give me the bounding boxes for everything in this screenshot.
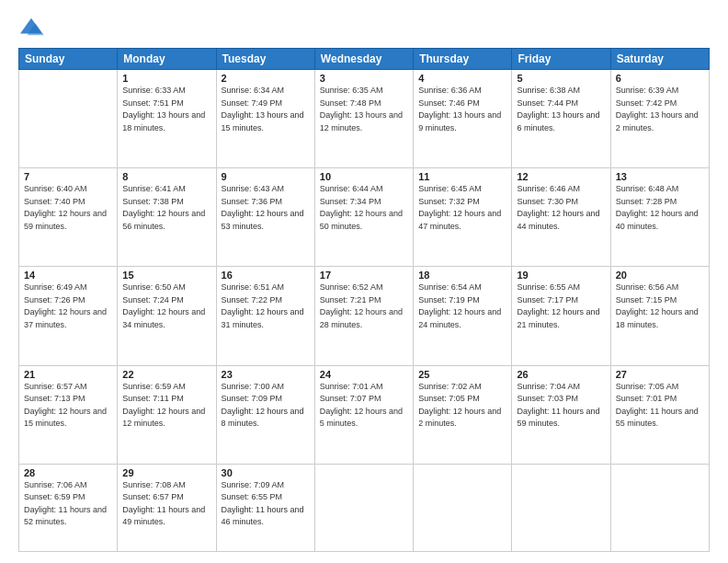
daylight-text: Daylight: 12 hours and 5 minutes. [320,407,403,429]
day-number: 20 [616,270,704,281]
sunrise-text: Sunrise: 6:59 AM [122,382,186,391]
table-row: 23 Sunrise: 7:00 AM Sunset: 7:09 PM Dayl… [216,365,314,464]
daylight-text: Daylight: 12 hours and 50 minutes. [320,209,403,231]
daylight-text: Daylight: 12 hours and 28 minutes. [320,307,403,329]
table-row: 10 Sunrise: 6:44 AM Sunset: 7:34 PM Dayl… [314,168,413,267]
col-thursday: Thursday [414,49,512,70]
sunset-text: Sunset: 7:07 PM [320,394,381,403]
header [18,17,710,39]
sunrise-text: Sunrise: 7:01 AM [320,382,383,391]
calendar-week-row: 14 Sunrise: 6:49 AM Sunset: 7:26 PM Dayl… [19,267,710,365]
sunrise-text: Sunrise: 7:05 AM [616,382,679,391]
day-info: Sunrise: 6:51 AM Sunset: 7:22 PM Dayligh… [222,282,310,331]
day-info: Sunrise: 6:59 AM Sunset: 7:11 PM Dayligh… [122,381,210,431]
day-info: Sunrise: 6:33 AM Sunset: 7:51 PM Dayligh… [122,85,210,134]
day-number: 10 [320,171,408,182]
sunset-text: Sunset: 7:05 PM [418,394,480,403]
daylight-text: Daylight: 12 hours and 21 minutes. [517,307,599,329]
daylight-text: Daylight: 11 hours and 55 minutes. [616,407,699,429]
table-row: 24 Sunrise: 7:01 AM Sunset: 7:07 PM Dayl… [314,365,413,464]
day-number: 3 [320,73,408,84]
sunset-text: Sunset: 7:26 PM [24,295,85,304]
table-row: 27 Sunrise: 7:05 AM Sunset: 7:01 PM Dayl… [610,365,709,464]
day-info: Sunrise: 6:45 AM Sunset: 7:32 PM Dayligh… [418,183,506,233]
sunset-text: Sunset: 7:15 PM [616,295,677,304]
day-info: Sunrise: 6:56 AM Sunset: 7:15 PM Dayligh… [616,282,704,331]
table-row: 18 Sunrise: 6:54 AM Sunset: 7:19 PM Dayl… [414,267,512,365]
day-number: 5 [517,73,605,84]
daylight-text: Daylight: 13 hours and 2 minutes. [616,110,699,132]
sunset-text: Sunset: 7:22 PM [222,295,283,304]
day-number: 21 [24,369,112,380]
day-info: Sunrise: 6:38 AM Sunset: 7:44 PM Dayligh… [517,85,605,134]
sunset-text: Sunset: 7:40 PM [24,197,85,206]
sunrise-text: Sunrise: 6:46 AM [517,184,580,193]
table-row: 17 Sunrise: 6:52 AM Sunset: 7:21 PM Dayl… [314,267,413,365]
day-info: Sunrise: 7:04 AM Sunset: 7:03 PM Dayligh… [517,381,605,431]
table-row: 11 Sunrise: 6:45 AM Sunset: 7:32 PM Dayl… [414,168,512,267]
day-number: 30 [222,467,310,478]
daylight-text: Daylight: 11 hours and 59 minutes. [517,407,599,429]
day-number: 26 [517,369,605,380]
sunset-text: Sunset: 7:38 PM [122,197,184,206]
sunrise-text: Sunrise: 6:44 AM [320,184,383,193]
daylight-text: Daylight: 12 hours and 12 minutes. [122,407,205,429]
sunrise-text: Sunrise: 6:52 AM [320,282,383,292]
table-row: 25 Sunrise: 7:02 AM Sunset: 7:05 PM Dayl… [414,365,512,464]
day-number: 8 [122,171,210,182]
sunrise-text: Sunrise: 7:08 AM [122,480,186,489]
sunrise-text: Sunrise: 6:51 AM [222,282,285,292]
col-wednesday: Wednesday [314,49,413,70]
day-number: 12 [517,171,605,182]
sunrise-text: Sunrise: 7:00 AM [222,382,285,391]
sunrise-text: Sunrise: 6:45 AM [418,184,482,193]
calendar-week-row: 7 Sunrise: 6:40 AM Sunset: 7:40 PM Dayli… [19,168,710,267]
day-number: 6 [616,73,704,84]
daylight-text: Daylight: 12 hours and 59 minutes. [24,209,107,231]
table-row: 3 Sunrise: 6:35 AM Sunset: 7:48 PM Dayli… [314,70,413,168]
day-info: Sunrise: 6:49 AM Sunset: 7:26 PM Dayligh… [24,282,112,331]
sunset-text: Sunset: 6:55 PM [222,492,283,501]
sunrise-text: Sunrise: 7:04 AM [517,382,580,391]
sunset-text: Sunset: 7:49 PM [222,98,283,108]
day-info: Sunrise: 7:08 AM Sunset: 6:57 PM Dayligh… [122,479,210,529]
sunset-text: Sunset: 7:28 PM [616,197,677,206]
calendar-week-row: 1 Sunrise: 6:33 AM Sunset: 7:51 PM Dayli… [19,70,710,168]
table-row: 21 Sunrise: 6:57 AM Sunset: 7:13 PM Dayl… [19,365,118,464]
day-number: 17 [320,270,408,281]
table-row: 9 Sunrise: 6:43 AM Sunset: 7:36 PM Dayli… [216,168,314,267]
day-info: Sunrise: 6:54 AM Sunset: 7:19 PM Dayligh… [418,282,506,331]
table-row: 2 Sunrise: 6:34 AM Sunset: 7:49 PM Dayli… [216,70,314,168]
day-number: 19 [517,270,605,281]
sunrise-text: Sunrise: 7:02 AM [418,382,482,391]
day-number: 27 [616,369,704,380]
day-info: Sunrise: 6:46 AM Sunset: 7:30 PM Dayligh… [517,183,605,233]
day-number: 18 [418,270,506,281]
sunset-text: Sunset: 7:19 PM [418,295,480,304]
day-info: Sunrise: 6:52 AM Sunset: 7:21 PM Dayligh… [320,282,408,331]
day-info: Sunrise: 6:40 AM Sunset: 7:40 PM Dayligh… [24,183,112,233]
sunset-text: Sunset: 6:57 PM [122,492,184,501]
daylight-text: Daylight: 11 hours and 46 minutes. [222,505,304,527]
day-info: Sunrise: 6:44 AM Sunset: 7:34 PM Dayligh… [320,183,408,233]
sunrise-text: Sunrise: 6:33 AM [122,86,186,95]
daylight-text: Daylight: 11 hours and 52 minutes. [24,505,107,527]
sunrise-text: Sunrise: 6:48 AM [616,184,679,193]
col-saturday: Saturday [610,49,709,70]
day-number: 24 [320,369,408,380]
day-number: 11 [418,171,506,182]
day-number: 16 [222,270,310,281]
sunset-text: Sunset: 7:03 PM [517,394,578,403]
sunset-text: Sunset: 7:44 PM [517,98,578,108]
daylight-text: Daylight: 12 hours and 8 minutes. [222,407,304,429]
sunrise-text: Sunrise: 6:38 AM [517,86,580,95]
col-sunday: Sunday [19,49,118,70]
table-row: 8 Sunrise: 6:41 AM Sunset: 7:38 PM Dayli… [118,168,216,267]
sunrise-text: Sunrise: 6:40 AM [24,184,87,193]
day-number: 15 [122,270,210,281]
day-info: Sunrise: 6:36 AM Sunset: 7:46 PM Dayligh… [418,85,506,134]
day-number: 2 [222,73,310,84]
sunrise-text: Sunrise: 6:56 AM [616,282,679,292]
day-number: 28 [24,467,112,478]
table-row: 28 Sunrise: 7:06 AM Sunset: 6:59 PM Dayl… [19,464,118,551]
